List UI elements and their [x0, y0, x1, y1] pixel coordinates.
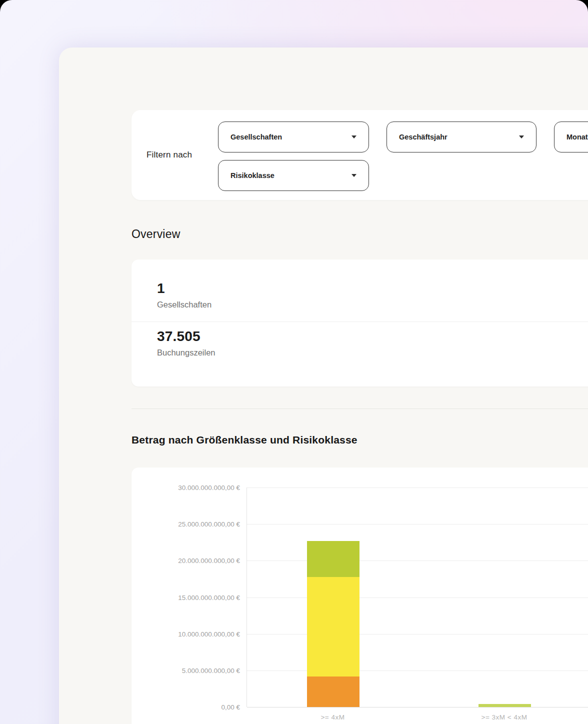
overview-section-title: Overview — [132, 228, 180, 241]
dropdown-risikoklasse-label: Risikoklasse — [230, 172, 274, 180]
dropdown-geschaeftsjahr-label: Geschäftsjahr — [399, 133, 448, 141]
dropdown-monat[interactable]: Monat — [554, 122, 588, 152]
dropdown-geschaeftsjahr[interactable]: Geschäftsjahr — [386, 122, 536, 152]
gridline — [247, 707, 588, 708]
filter-panel: Filtern nach Gesellschaften Geschäftsjah… — [132, 110, 588, 200]
overview-row-divider — [132, 322, 588, 322]
x-tick-label: >= 3xM < 4xM — [482, 714, 528, 721]
overview-stats-card: 1 Gesellschaften 184 Konten 37.505 Buchu… — [132, 260, 588, 386]
stat-value: 1 — [157, 280, 212, 296]
gridline — [247, 560, 588, 561]
chart-x-axis: >= 4xM>= 3xM < 4xM — [246, 714, 588, 724]
x-tick-label: >= 4xM — [320, 714, 344, 721]
filter-panel-label: Filtern nach — [146, 110, 192, 200]
bar-segment-risk-light-green[interactable] — [478, 704, 531, 707]
y-tick-label: 5.000.000.000,00 € — [182, 666, 240, 674]
y-tick-label: 25.000.000.000,00 € — [178, 520, 240, 528]
gridline — [247, 670, 588, 671]
chart-section-title: Betrag nach Größenklasse und Risikoklass… — [132, 434, 358, 446]
chevron-down-icon — [519, 136, 524, 138]
chevron-down-icon — [352, 174, 356, 177]
dropdown-gesellschaften[interactable]: Gesellschaften — [218, 122, 369, 152]
bar-segment-risk-orange[interactable] — [307, 676, 360, 707]
stat-label: Gesellschaften — [157, 300, 212, 310]
chart-y-axis: 0,00 €5.000.000.000,00 €10.000.000.000,0… — [132, 488, 246, 707]
stat-gesellschaften: 1 Gesellschaften — [157, 280, 212, 310]
y-tick-label: 30.000.000.000,00 € — [178, 484, 240, 492]
gridline — [247, 488, 588, 488]
stacked-bar — [307, 488, 360, 707]
stat-value: 37.505 — [157, 328, 216, 344]
dropdown-gesellschaften-label: Gesellschaften — [230, 133, 282, 141]
chart-plot — [246, 488, 588, 707]
y-tick-label: 20.000.000.000,00 € — [178, 557, 240, 564]
stat-label: Buchungszeilen — [157, 348, 216, 358]
main-content-card: Filtern nach Gesellschaften Geschäftsjah… — [59, 48, 588, 724]
gridline — [247, 524, 588, 524]
gridline — [247, 598, 588, 598]
y-tick-label: 15.000.000.000,00 € — [178, 594, 240, 601]
y-tick-label: 10.000.000.000,00 € — [178, 630, 240, 638]
chevron-down-icon — [352, 136, 356, 138]
section-divider — [132, 408, 588, 409]
stacked-bar — [478, 488, 531, 707]
y-tick-label: 0,00 € — [221, 704, 240, 711]
bar-segment-risk-olive[interactable] — [307, 541, 360, 577]
dropdown-monat-label: Monat — [566, 133, 588, 141]
bar-segment-risk-yellow[interactable] — [307, 577, 360, 676]
chart-card: 0,00 €5.000.000.000,00 €10.000.000.000,0… — [132, 468, 588, 724]
stat-buchungszeilen: 37.505 Buchungszeilen — [157, 328, 216, 358]
dropdown-risikoklasse[interactable]: Risikoklasse — [218, 160, 369, 191]
gridline — [247, 634, 588, 634]
